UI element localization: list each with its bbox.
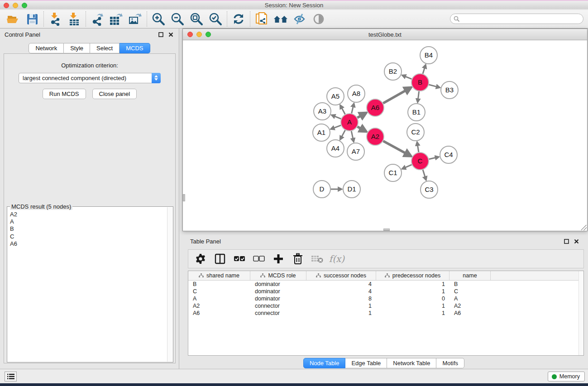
float-panel-icon[interactable] <box>157 31 164 38</box>
edge-A-A1[interactable] <box>334 125 341 128</box>
save-session-button[interactable] <box>23 11 42 27</box>
close-table-panel-icon[interactable] <box>573 238 580 245</box>
node-A5[interactable]: A5 <box>327 88 344 105</box>
maximize-window-button[interactable] <box>22 3 27 8</box>
delete-table-button[interactable] <box>310 251 325 267</box>
result-item[interactable]: A <box>10 218 167 225</box>
close-network-window-button[interactable] <box>187 32 193 37</box>
edge-B-B4[interactable] <box>423 68 425 74</box>
zoom-out-button[interactable] <box>168 11 187 27</box>
edge-B-B1[interactable] <box>418 91 419 99</box>
table-row[interactable]: A6connector11A6 <box>188 310 583 317</box>
import-network-button[interactable] <box>46 11 65 27</box>
column-header-shared-name[interactable]: shared name <box>188 271 250 280</box>
edge-A-A8[interactable] <box>352 106 354 113</box>
close-window-button[interactable] <box>4 3 9 8</box>
edge-C-C1[interactable] <box>405 165 412 167</box>
minimize-network-window-button[interactable] <box>196 32 202 37</box>
column-header-predecessor-nodes[interactable]: predecessor nodes <box>376 271 449 280</box>
network-view-window[interactable]: testGlobe.txt AA1A2A3A4A5A6A7A8BB1B2B3B4… <box>182 29 588 231</box>
tab-network-table[interactable]: Network Table <box>387 358 436 368</box>
tab-node-table[interactable]: Node Table <box>303 358 346 368</box>
window-controls[interactable] <box>4 3 27 8</box>
edge-C-C4[interactable] <box>429 157 436 159</box>
node-C1[interactable]: C1 <box>384 164 402 181</box>
import-table-button[interactable] <box>65 11 84 27</box>
node-D[interactable]: D <box>313 181 330 198</box>
open-session-button[interactable] <box>4 11 23 27</box>
table-settings-button[interactable] <box>193 251 208 267</box>
zoom-fit-button[interactable] <box>187 11 206 27</box>
delete-column-button[interactable] <box>290 251 306 267</box>
node-C[interactable]: C <box>411 152 429 170</box>
zoom-in-button[interactable] <box>149 11 168 27</box>
column-selector-button[interactable] <box>212 251 228 267</box>
edge-A-A3[interactable] <box>335 116 341 119</box>
edge-C-C3[interactable] <box>423 170 425 177</box>
search-field[interactable] <box>450 14 583 24</box>
column-header-MCDS-role[interactable]: MCDS role <box>250 271 306 280</box>
node-A6[interactable]: A6 <box>367 99 384 116</box>
function-builder-button[interactable]: f(x) <box>329 251 344 267</box>
export-network-button[interactable] <box>88 11 107 27</box>
table-row[interactable]: Bdominator41B <box>188 281 583 288</box>
task-history-button[interactable] <box>5 372 17 381</box>
close-panel-button[interactable]: Close panel <box>92 89 137 99</box>
search-input[interactable] <box>460 15 583 23</box>
column-header-successor-nodes[interactable]: successor nodes <box>306 271 376 280</box>
maximize-network-window-button[interactable] <box>206 32 211 37</box>
edge-A-A2[interactable] <box>357 127 361 129</box>
node-B[interactable]: B <box>411 74 429 91</box>
deselect-all-button[interactable] <box>251 251 267 267</box>
edge-A-A4[interactable] <box>342 130 345 137</box>
node-A[interactable]: A <box>341 114 358 131</box>
result-scrollbar[interactable] <box>167 207 173 362</box>
result-item[interactable]: C <box>10 233 167 240</box>
node-A3[interactable]: A3 <box>314 103 331 120</box>
node-A8[interactable]: A8 <box>348 85 365 102</box>
node-D1[interactable]: D1 <box>343 181 360 198</box>
node-B3[interactable]: B3 <box>441 81 458 99</box>
edge-B-B3[interactable] <box>429 85 436 87</box>
network-canvas[interactable]: AA1A2A3A4A5A6A7A8BB1B2B3B4CC1C2C3C4DD1 <box>183 40 587 231</box>
refresh-layout-button[interactable] <box>229 11 248 27</box>
node-A4[interactable]: A4 <box>327 140 344 157</box>
tab-edge-table[interactable]: Edge Table <box>345 358 387 368</box>
clone-network-button[interactable] <box>252 11 271 27</box>
resize-grip[interactable] <box>581 225 587 230</box>
node-B2[interactable]: B2 <box>384 63 402 80</box>
edge-C-C2[interactable] <box>417 145 418 152</box>
node-C3[interactable]: C3 <box>421 181 438 198</box>
zoom-selected-button[interactable] <box>206 11 225 27</box>
result-item[interactable]: A6 <box>10 240 167 248</box>
minimize-window-button[interactable] <box>13 3 18 8</box>
result-item[interactable]: B <box>10 225 167 233</box>
float-table-panel-icon[interactable] <box>563 238 570 245</box>
run-mcds-button[interactable]: Run MCDS <box>43 89 86 99</box>
node-A7[interactable]: A7 <box>347 143 364 160</box>
optimization-criterion-select[interactable]: largest connected component (directed) <box>19 73 161 83</box>
vertical-scrollbar-thumb[interactable] <box>183 194 185 201</box>
edge-B-B2[interactable] <box>405 76 411 79</box>
tab-network[interactable]: Network <box>29 43 64 53</box>
tab-motifs[interactable]: Motifs <box>436 358 464 368</box>
node-A2[interactable]: A2 <box>367 128 384 145</box>
node-table[interactable]: shared nameMCDS rolesuccessor nodesprede… <box>188 271 584 356</box>
column-header-name[interactable]: name <box>449 271 491 280</box>
node-B1[interactable]: B1 <box>408 104 425 121</box>
node-C2[interactable]: C2 <box>407 124 424 141</box>
table-row[interactable]: Cdominator41C <box>188 288 583 295</box>
mcds-result-list[interactable]: A2ABCA6 <box>8 209 167 362</box>
network-window-controls[interactable] <box>187 32 211 37</box>
export-table-button[interactable] <box>107 11 126 27</box>
network-graph[interactable]: AA1A2A3A4A5A6A7A8BB1B2B3B4CC1C2C3C4DD1 <box>183 40 587 231</box>
hide-panels-button[interactable] <box>290 11 309 27</box>
close-panel-icon[interactable] <box>167 31 174 38</box>
show-panels-button[interactable] <box>309 11 328 27</box>
table-row[interactable]: Adominator80A <box>188 295 583 302</box>
table-scrollbar[interactable] <box>578 271 583 355</box>
table-body[interactable]: Bdominator41BCdominator41CAdominator80AA… <box>188 281 583 317</box>
table-row[interactable]: A2connector11A2 <box>188 302 583 310</box>
node-C4[interactable]: C4 <box>440 146 457 163</box>
edge-A-A7[interactable] <box>351 131 353 139</box>
